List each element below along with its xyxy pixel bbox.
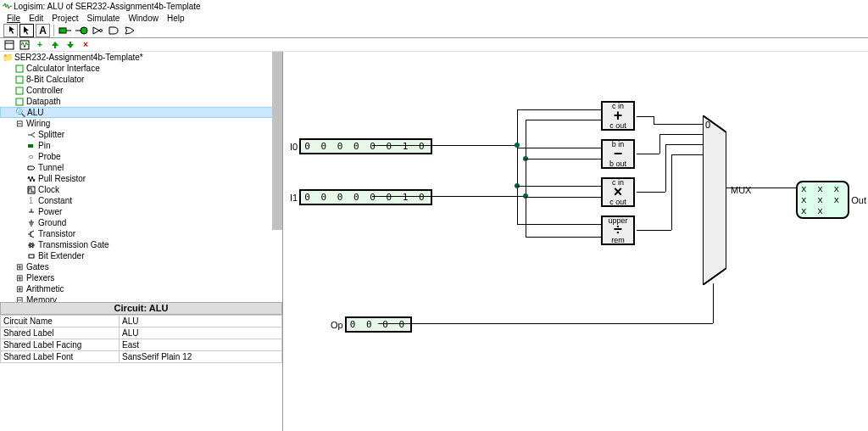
div-rem-label: rem <box>603 236 633 244</box>
explorer-toolbar: + × <box>0 38 868 52</box>
not-gate-button[interactable] <box>90 24 104 37</box>
menu-simulate[interactable]: Simulate <box>86 14 120 23</box>
toolbar-separator <box>53 25 54 36</box>
transmission-gate-icon <box>25 241 36 249</box>
tree-wiring-item[interactable]: Ground <box>38 218 66 227</box>
tree-wiring-item[interactable]: Pull Resistor <box>38 174 86 183</box>
mul-cout-label: c out <box>603 198 633 206</box>
poke-tool-button[interactable] <box>3 24 18 37</box>
tree-circuit[interactable]: Datapath <box>26 97 61 106</box>
pin-icon <box>25 142 36 150</box>
and-gate-button[interactable] <box>106 24 120 37</box>
adder-component[interactable]: c in + c out <box>601 101 635 131</box>
multiplier-component[interactable]: c in × c out <box>601 177 635 207</box>
transistor-icon <box>25 230 36 238</box>
pin-label: Op <box>331 320 343 330</box>
pin-out[interactable]: x x x x x x x x Out <box>796 181 868 219</box>
pin-i0[interactable]: I0 0 0 0 0 0 0 1 0 <box>288 138 432 154</box>
mux-component[interactable]: 0 <box>703 115 726 285</box>
div-upper-label: upper <box>603 216 633 225</box>
menu-bar: File Edit Project Simulate Window Help <box>0 12 868 24</box>
tree-wiring-item[interactable]: Constant <box>38 196 72 205</box>
menu-file[interactable]: File <box>7 14 20 23</box>
pin-value[interactable]: 0 0 0 0 0 0 1 0 <box>299 138 431 154</box>
property-row[interactable]: Circuit NameALU <box>1 316 282 327</box>
pull-resistor-icon <box>25 175 36 183</box>
divider-component[interactable]: upper ÷ rem <box>601 216 635 245</box>
folder-plus-icon[interactable]: ⊞ <box>14 274 25 283</box>
svg-rect-12 <box>28 144 33 148</box>
view-tree-icon[interactable] <box>3 39 15 51</box>
title-bar: Logisim: ALU of SER232-Assignment4b-Temp… <box>0 0 868 12</box>
svg-rect-11 <box>16 98 23 105</box>
move-down-icon[interactable] <box>64 39 76 51</box>
folder-minus-icon[interactable]: ⊟ <box>14 120 25 128</box>
tree-wiring[interactable]: Wiring <box>26 119 50 128</box>
tree-lib[interactable]: Plexers <box>26 273 54 283</box>
folder-minus-icon[interactable]: ⊟ <box>14 296 25 303</box>
svg-rect-5 <box>5 41 14 49</box>
project-icon: 📁 <box>2 53 13 62</box>
pin-value[interactable]: 0 0 0 0 0 0 1 0 <box>299 189 431 205</box>
tree-wiring-item[interactable]: Splitter <box>38 130 64 139</box>
project-tree[interactable]: 📁SER232-Assignment4b-Template* Calculato… <box>0 52 282 302</box>
subtractor-component[interactable]: b in − b out <box>601 139 635 169</box>
tree-circuit-alu[interactable]: ALU <box>27 108 43 117</box>
text-tool-button[interactable]: A <box>36 24 50 37</box>
tree-circuit[interactable]: Calculator Interface <box>26 64 100 73</box>
mul-cin-label: c in <box>603 178 633 187</box>
tree-wiring-item[interactable]: Transmission Gate <box>38 240 109 249</box>
or-gate-button[interactable] <box>122 24 136 37</box>
tree-lib[interactable]: Gates <box>26 262 49 271</box>
svg-point-4 <box>99 30 102 32</box>
pin-i1[interactable]: I1 0 0 0 0 0 0 1 0 <box>288 189 432 205</box>
tree-wiring-item[interactable]: Transistor <box>38 229 75 238</box>
pin-value: x x x x x x x x <box>796 181 849 219</box>
tree-circuit[interactable]: Controller <box>26 86 63 95</box>
tree-wiring-item[interactable]: Clock <box>38 185 59 194</box>
tool-bar: A <box>0 24 868 38</box>
pin-label: I0 <box>290 142 298 152</box>
property-row[interactable]: Shared Label FacingEast <box>1 339 282 351</box>
constant-icon: 1 <box>25 197 36 205</box>
sub-bin-label: b in <box>603 140 633 148</box>
edit-tool-button[interactable] <box>19 24 34 37</box>
folder-plus-icon[interactable]: ⊞ <box>14 263 25 271</box>
input-pin-button[interactable] <box>58 24 72 37</box>
tree-wiring-item[interactable]: Probe <box>38 152 61 161</box>
tree-circuit[interactable]: 8-Bit Calculator <box>26 75 84 84</box>
pin-value[interactable]: 0 0 0 0 <box>345 316 412 333</box>
svg-rect-0 <box>59 28 66 33</box>
property-row[interactable]: Shared LabelALU <box>1 327 282 339</box>
clock-icon <box>25 186 36 194</box>
new-circuit-icon[interactable]: + <box>34 39 46 51</box>
menu-edit[interactable]: Edit <box>29 14 43 23</box>
svg-rect-8 <box>16 65 23 72</box>
menu-help[interactable]: Help <box>167 14 185 23</box>
tree-root: SER232-Assignment4b-Template* <box>14 53 143 62</box>
properties-table: Circuit NameALU Shared LabelALU Shared L… <box>0 315 282 363</box>
move-up-icon[interactable] <box>49 39 61 51</box>
tree-lib[interactable]: Arithmetic <box>26 284 64 294</box>
circuit-canvas[interactable]: I0 0 0 0 0 0 0 1 0 I1 0 0 0 0 0 0 1 0 Op… <box>283 52 868 431</box>
view-simulation-icon[interactable] <box>19 39 31 51</box>
svg-rect-9 <box>16 76 23 83</box>
tree-wiring-item[interactable]: Pin <box>38 141 50 150</box>
tree-wiring-item[interactable]: Bit Extender <box>38 251 84 260</box>
tree-scrollbar-thumb[interactable] <box>272 52 282 230</box>
tunnel-icon <box>25 164 36 172</box>
delete-icon[interactable]: × <box>80 39 92 51</box>
menu-window[interactable]: Window <box>128 14 159 23</box>
tree-wiring-item[interactable]: Power <box>38 207 62 216</box>
tree-lib[interactable]: Memory <box>26 295 57 302</box>
property-row[interactable]: Shared Label FontSansSerif Plain 12 <box>1 351 282 363</box>
folder-plus-icon[interactable]: ⊞ <box>14 285 25 294</box>
pin-op[interactable]: Op 0 0 0 0 <box>329 316 412 333</box>
logisim-icon <box>2 1 12 11</box>
tree-wiring-item[interactable]: Tunnel <box>38 163 64 172</box>
pin-label: Out <box>851 195 866 205</box>
svg-point-3 <box>81 27 87 34</box>
menu-project[interactable]: Project <box>52 14 78 23</box>
output-pin-button[interactable] <box>74 24 88 37</box>
circuit-icon <box>14 64 25 73</box>
